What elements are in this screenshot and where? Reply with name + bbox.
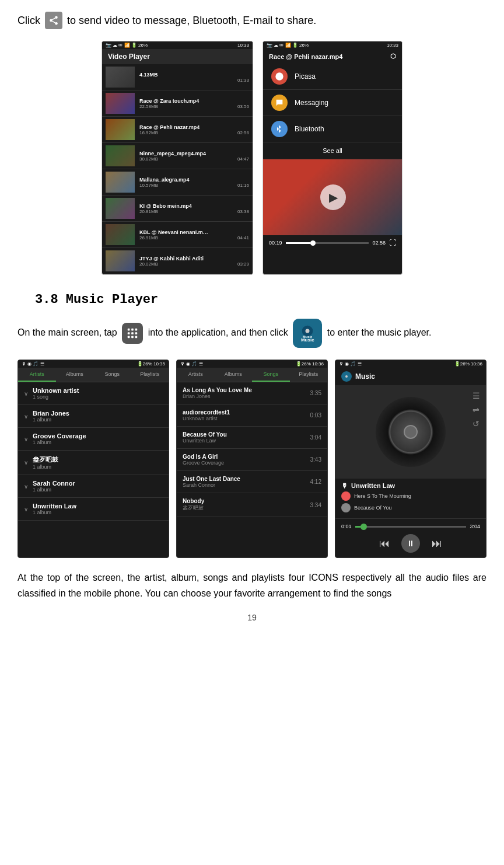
vinyl-record xyxy=(376,397,446,467)
np-artist-name: 🎙 Unwritten Law xyxy=(341,482,480,489)
now-playing-screen: 🎙 ◉ 🎵 ☰ 🔋26% 10:36 Music ☰ ⇌ ↺ 🎙 xyxy=(335,360,487,558)
fullscreen-icon[interactable]: ⛶ xyxy=(389,239,396,247)
np-statusbar: 🎙 ◉ 🎵 ☰ 🔋26% 10:36 xyxy=(335,360,486,368)
screenshots-row-1: 📷 ☁ ✉ 📶 🔋 26% 10:33 Video Player 4.13MB … xyxy=(18,41,487,275)
np-track-list: 🎙 Unwritten Law Here S To The Mourning B… xyxy=(335,479,486,518)
artist-item-unwritten[interactable]: ∨ Unwritten Law 1 album xyxy=(18,498,169,521)
pause-button[interactable]: ⏸ xyxy=(401,534,420,553)
tab-songs[interactable]: Songs xyxy=(93,368,131,382)
tab-artists-s[interactable]: Artists xyxy=(177,368,215,382)
song-item-5[interactable]: Just One Last Dance Sarah Connor 4:12 xyxy=(177,471,327,493)
vp-statusbar: 📷 ☁ ✉ 📶 🔋 26% 10:33 xyxy=(102,41,253,49)
share-option-picasa[interactable]: Picasa xyxy=(263,64,402,90)
video-list-item[interactable]: 4.13MB 01:33 xyxy=(102,64,253,90)
repeat-icon[interactable]: ↺ xyxy=(473,419,480,428)
music-icon-small xyxy=(341,371,352,382)
video-list-item[interactable]: Mallana_alegra.mp4 10.57MB01:16 xyxy=(102,169,253,196)
expand-icon: ∨ xyxy=(24,506,28,512)
vinyl-center xyxy=(404,425,418,439)
artist-item-sarah[interactable]: ∨ Sarah Connor 1 album xyxy=(18,475,169,498)
list-icon[interactable]: ☰ xyxy=(473,391,480,400)
artist-item-chinese[interactable]: ∨ 盎歹吧鼓 1 album xyxy=(18,451,169,475)
expand-icon: ∨ xyxy=(24,483,28,490)
intro-click-text: Click xyxy=(18,15,40,27)
shuffle-icon[interactable]: ⇌ xyxy=(473,405,480,414)
video-info: Race @ Pehli nazar.mp4 16.92MB02:56 xyxy=(139,124,249,135)
music-app-icon: Music Music xyxy=(293,319,322,348)
np-track-2[interactable]: Because Of You xyxy=(341,503,480,512)
svg-line-3 xyxy=(52,21,55,23)
songs-statusbar: 🎙 ◉ 🎵 ☰ 🔋26% 10:36 xyxy=(177,360,327,368)
track-icon-1 xyxy=(341,491,351,501)
song-item-3[interactable]: Because Of You Unwritten Law 3:04 xyxy=(177,427,327,449)
progress-bar[interactable] xyxy=(286,242,369,244)
songs-screen: 🎙 ◉ 🎵 ☰ 🔋26% 10:36 Artists Albums Songs … xyxy=(176,360,328,558)
video-list-item[interactable]: Race @ Pehli nazar.mp4 16.92MB02:56 xyxy=(102,117,253,143)
next-button[interactable]: ⏭ xyxy=(432,538,442,550)
svg-rect-6 xyxy=(128,329,130,331)
share-top-icon[interactable]: ⬡ xyxy=(390,53,396,60)
svg-line-4 xyxy=(52,18,55,20)
svg-rect-12 xyxy=(128,336,130,339)
picasa-icon xyxy=(271,68,288,85)
artist-item-brian[interactable]: ∨ Brian Jones 1 album xyxy=(18,405,169,428)
video-thumb xyxy=(106,93,135,114)
song-item-4[interactable]: God Is A Girl Groove Coverage 3:43 xyxy=(177,449,327,471)
svg-rect-9 xyxy=(128,332,130,334)
video-list-item[interactable]: KI @ Bebo mein.mp4 20.81MB03:38 xyxy=(102,196,253,222)
bluetooth-icon xyxy=(271,121,288,137)
prev-button[interactable]: ⏮ xyxy=(379,538,390,550)
video-player-screen: 📷 ☁ ✉ 📶 🔋 26% 10:33 Video Player 4.13MB … xyxy=(102,41,253,275)
np-album-art: ☰ ⇌ ↺ xyxy=(335,385,486,479)
see-all-link[interactable]: See all xyxy=(263,142,402,159)
tab-albums[interactable]: Albums xyxy=(56,368,94,382)
expand-icon: ∨ xyxy=(24,459,28,466)
song-item-6[interactable]: Nobody 盎歹吧鼓 3:34 xyxy=(177,493,327,517)
music-intro-para: On the main screen, tap into the applica… xyxy=(18,319,487,348)
tab-songs-s[interactable]: Songs xyxy=(252,368,290,382)
tab-albums-s[interactable]: Albums xyxy=(215,368,253,382)
np-controls-row: ⏮ ⏸ ⏭ xyxy=(341,534,480,553)
tab-playlists-s[interactable]: Playlists xyxy=(290,368,328,382)
video-thumb xyxy=(106,145,135,166)
video-info: KI @ Bebo mein.mp4 20.81MB03:38 xyxy=(139,203,249,214)
share-option-bluetooth[interactable]: Bluetooth xyxy=(263,116,402,142)
artist-item-unknown[interactable]: ∨ Unknown artist 1 song xyxy=(18,382,169,405)
video-thumb xyxy=(106,67,135,88)
share-option-messaging[interactable]: Messaging xyxy=(263,90,402,116)
video-thumb xyxy=(106,172,135,193)
video-preview: ▶ xyxy=(263,159,402,235)
page-number: 19 xyxy=(18,613,487,622)
video-info: JTYJ @ Kabhi Kabhi Aditi 20.02MB03:29 xyxy=(139,256,249,267)
svg-point-2 xyxy=(55,22,58,25)
song-item-2[interactable]: audiorecordtest1 Unknown artist 0:03 xyxy=(177,404,327,427)
video-list-item[interactable]: JTYJ @ Kabhi Kabhi Aditi 20.02MB03:29 xyxy=(102,248,253,274)
tab-playlists[interactable]: Playlists xyxy=(131,368,169,382)
tab-artists[interactable]: Artists xyxy=(18,368,56,382)
intro-line: Click to send video to message, Bluetoot… xyxy=(18,12,487,29)
vp-time: 10:33 xyxy=(237,43,249,48)
artist-item-groove[interactable]: ∨ Groove Coverage 1 album xyxy=(18,428,169,451)
play-button-overlay[interactable]: ▶ xyxy=(320,184,346,210)
song-item-1[interactable]: As Long As You Love Me Brian Jones 3:35 xyxy=(177,382,327,404)
video-info: 4.13MB 01:33 xyxy=(139,72,249,83)
np-progress-track[interactable] xyxy=(355,526,467,528)
video-list-item[interactable]: KBL @ Neevani nenani.m… 26.91MB04:41 xyxy=(102,222,253,248)
svg-rect-7 xyxy=(131,329,134,331)
svg-point-17 xyxy=(306,329,310,333)
video-thumb xyxy=(106,119,135,140)
np-side-controls: ☰ ⇌ ↺ xyxy=(473,391,480,428)
svg-point-0 xyxy=(55,16,58,19)
video-info: KBL @ Neevani nenani.m… 26.91MB04:41 xyxy=(139,229,249,240)
vp-titlebar: Video Player xyxy=(102,49,253,64)
video-thumb xyxy=(106,198,135,219)
video-info: Ninne_mpeg4_mpeg4.mp4 30.82MB04:47 xyxy=(139,151,249,162)
expand-icon: ∨ xyxy=(24,436,28,442)
artists-statusbar: 🎙 ◉ 🎵 ☰ 🔋26% 10:35 xyxy=(18,360,169,368)
expand-icon: ∨ xyxy=(24,413,28,420)
svg-rect-8 xyxy=(135,329,138,331)
video-list-item[interactable]: Ninne_mpeg4_mpeg4.mp4 30.82MB04:47 xyxy=(102,143,253,169)
video-list-item[interactable]: Race @ Zara touch.mp4 22.58MB03:56 xyxy=(102,90,253,117)
svg-point-20 xyxy=(345,375,348,378)
np-track-1[interactable]: Here S To The Mourning xyxy=(341,491,480,501)
